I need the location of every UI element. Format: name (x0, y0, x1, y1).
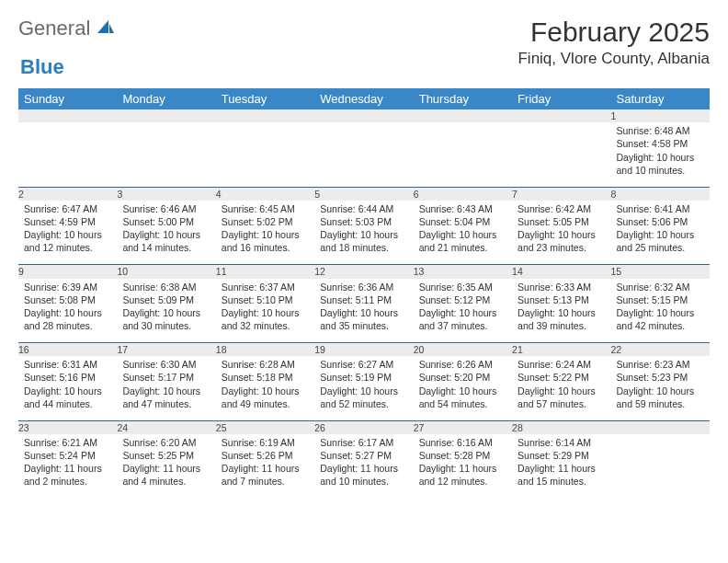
day-number: 7 (512, 189, 518, 200)
day-cell: Sunrise: 6:33 AMSunset: 5:13 PMDaylight:… (512, 279, 610, 343)
day-number-cell: 13 (414, 265, 512, 279)
daylight: Daylight: 10 hours and 16 minutes. (222, 228, 309, 254)
day-number: 11 (216, 266, 227, 277)
day-cell: Sunrise: 6:28 AMSunset: 5:18 PMDaylight:… (216, 356, 314, 420)
day-number-cell: 26 (314, 420, 413, 434)
logo-word2: Blue (20, 55, 64, 78)
day-number-cell: 3 (117, 187, 215, 201)
daylight: Daylight: 10 hours and 44 minutes. (24, 385, 111, 410)
sunrise: Sunrise: 6:17 AM (320, 436, 407, 449)
daylight: Daylight: 10 hours and 12 minutes. (24, 228, 111, 254)
day-number-cell: 6 (414, 187, 512, 201)
day-number: 28 (512, 422, 523, 433)
weekday-sunday: Sunday (18, 88, 117, 109)
daylight: Daylight: 10 hours and 49 minutes. (222, 385, 309, 410)
day-cell: Sunrise: 6:36 AMSunset: 5:11 PMDaylight:… (314, 279, 413, 343)
day-number-cell: 1 (611, 109, 710, 122)
day-cell: Sunrise: 6:38 AMSunset: 5:09 PMDaylight:… (117, 279, 215, 343)
weekday-tuesday: Tuesday (216, 88, 314, 109)
day-cell: Sunrise: 6:14 AMSunset: 5:29 PMDaylight:… (512, 434, 610, 499)
day-cell: Sunrise: 6:43 AMSunset: 5:04 PMDaylight:… (414, 201, 512, 265)
day-number: 19 (314, 344, 325, 355)
daylight: Daylight: 10 hours and 42 minutes. (617, 306, 704, 332)
daylight: Daylight: 10 hours and 52 minutes. (320, 385, 407, 410)
daylight: Daylight: 10 hours and 39 minutes. (518, 306, 605, 332)
day-number: 21 (512, 344, 523, 355)
sunset: Sunset: 5:20 PM (419, 371, 506, 384)
day-number: 23 (18, 422, 29, 433)
day-number-cell: 14 (512, 265, 610, 279)
sunrise: Sunrise: 6:16 AM (419, 436, 506, 449)
sunset: Sunset: 5:09 PM (122, 293, 210, 306)
weekday-header-row: SundayMondayTuesdayWednesdayThursdayFrid… (18, 88, 710, 109)
sunset: Sunset: 5:25 PM (122, 449, 210, 462)
day-cell (18, 122, 117, 187)
day-number-cell: 10 (117, 265, 215, 279)
sunrise: Sunrise: 6:47 AM (24, 202, 111, 215)
sunrise: Sunrise: 6:44 AM (320, 202, 407, 215)
day-number: 27 (414, 422, 425, 433)
day-cell: Sunrise: 6:26 AMSunset: 5:20 PMDaylight:… (414, 356, 512, 420)
sunset: Sunset: 5:04 PM (419, 215, 506, 228)
weekday-wednesday: Wednesday (314, 88, 413, 109)
day-number-cell: 12 (314, 265, 413, 279)
day-number: 5 (314, 189, 320, 200)
sunrise: Sunrise: 6:23 AM (617, 358, 704, 371)
sunrise: Sunrise: 6:33 AM (518, 281, 605, 293)
sunset: Sunset: 5:28 PM (419, 449, 506, 462)
day-number: 4 (216, 189, 222, 200)
day-number-cell: 20 (414, 343, 512, 357)
day-number-cell: 2 (18, 187, 117, 201)
day-cell: Sunrise: 6:39 AMSunset: 5:08 PMDaylight:… (18, 279, 117, 343)
sunset: Sunset: 5:05 PM (518, 215, 605, 228)
sunset: Sunset: 5:24 PM (24, 449, 111, 462)
day-number-cell (216, 109, 314, 122)
day-number-cell: 7 (512, 187, 610, 201)
sunset: Sunset: 5:22 PM (518, 371, 605, 384)
week-0-content-row: Sunrise: 6:48 AMSunset: 4:58 PMDaylight:… (18, 122, 710, 187)
daylight: Daylight: 11 hours and 10 minutes. (320, 462, 407, 488)
day-number-cell (414, 109, 512, 122)
week-0-daynum-row: 1 (18, 109, 710, 122)
sunset: Sunset: 4:58 PM (617, 137, 704, 150)
day-cell: Sunrise: 6:24 AMSunset: 5:22 PMDaylight:… (512, 356, 610, 420)
daylight: Daylight: 10 hours and 25 minutes. (617, 228, 704, 254)
daylight: Daylight: 10 hours and 23 minutes. (518, 228, 605, 254)
daylight: Daylight: 10 hours and 32 minutes. (222, 306, 309, 332)
sunrise: Sunrise: 6:30 AM (122, 358, 210, 371)
logo: General (18, 17, 118, 40)
day-number-cell: 4 (216, 187, 314, 201)
sunset: Sunset: 5:06 PM (617, 215, 704, 228)
day-cell: Sunrise: 6:19 AMSunset: 5:26 PMDaylight:… (216, 434, 314, 499)
day-number: 18 (216, 344, 227, 355)
sunset: Sunset: 5:15 PM (617, 293, 704, 306)
day-number-cell: 11 (216, 265, 314, 279)
sunrise: Sunrise: 6:48 AM (617, 124, 704, 137)
sunset: Sunset: 5:17 PM (122, 371, 210, 384)
sunrise: Sunrise: 6:46 AM (122, 202, 210, 215)
sunset: Sunset: 5:19 PM (320, 371, 407, 384)
sunrise: Sunrise: 6:37 AM (222, 281, 309, 293)
day-cell: Sunrise: 6:23 AMSunset: 5:23 PMDaylight:… (611, 356, 710, 420)
day-number-cell: 8 (611, 187, 710, 201)
sunrise: Sunrise: 6:36 AM (320, 281, 407, 293)
week-1-content-row: Sunrise: 6:47 AMSunset: 4:59 PMDaylight:… (18, 201, 710, 265)
day-number: 26 (314, 422, 325, 433)
daylight: Daylight: 10 hours and 14 minutes. (122, 228, 210, 254)
sunrise: Sunrise: 6:14 AM (518, 436, 605, 449)
day-number-cell: 21 (512, 343, 610, 357)
day-cell: Sunrise: 6:37 AMSunset: 5:10 PMDaylight:… (216, 279, 314, 343)
sunrise: Sunrise: 6:38 AM (122, 281, 210, 293)
sunset: Sunset: 5:18 PM (222, 371, 309, 384)
day-number: 1 (611, 110, 617, 121)
day-number: 8 (611, 189, 617, 200)
day-number: 13 (414, 266, 425, 277)
sunrise: Sunrise: 6:21 AM (24, 436, 111, 449)
daylight: Daylight: 11 hours and 2 minutes. (24, 462, 111, 488)
month-title: February 2025 (518, 17, 710, 48)
sunrise: Sunrise: 6:24 AM (518, 358, 605, 371)
day-number: 3 (117, 189, 122, 200)
day-number: 16 (18, 344, 29, 355)
day-number-cell: 15 (611, 265, 710, 279)
sunrise: Sunrise: 6:28 AM (222, 358, 309, 371)
